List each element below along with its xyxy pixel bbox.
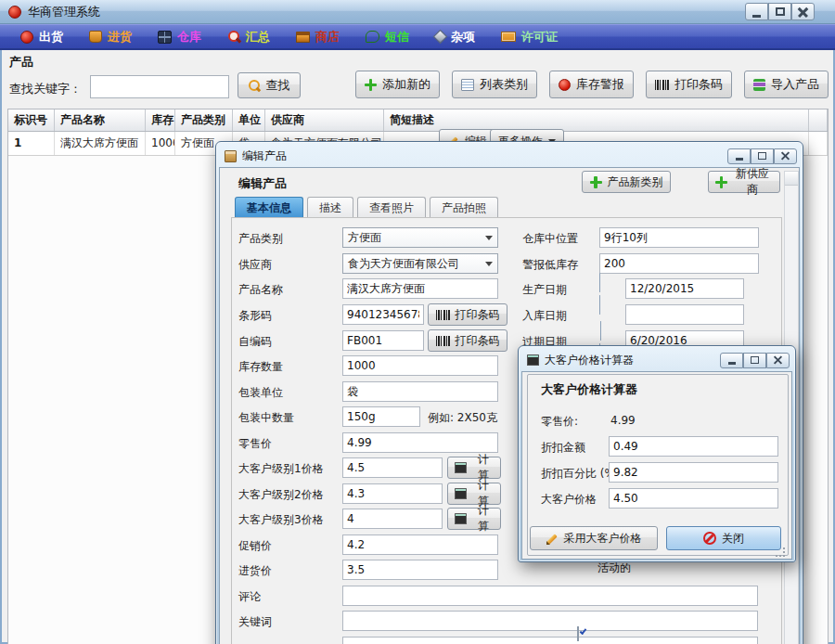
vip1-input[interactable] [342, 457, 443, 478]
tab-view-photos[interactable]: 查看照片 [357, 197, 426, 218]
table-header-cell[interactable]: 产品类别 [175, 109, 233, 131]
calc-dialog-title: 大客户价格计算器 [545, 353, 634, 368]
location-input[interactable] [599, 227, 759, 248]
print-barcode-button[interactable]: 打印条码 [646, 71, 732, 98]
vip2-calc-button[interactable]: 计算 [447, 483, 501, 505]
retail-label: 零售价 [238, 436, 272, 452]
pack-qty-input[interactable] [342, 406, 420, 427]
price-calculator-dialog: 大客户价格计算器 大客户价格计算器 零售价: 4.99 折扣金额 折扣百分比 (… [518, 345, 796, 562]
keywords-label: 关键词 [238, 614, 272, 630]
low-stock-input[interactable] [599, 253, 759, 274]
extra-input[interactable] [342, 637, 758, 644]
stock-alert-button[interactable]: 库存警报 [549, 71, 634, 98]
table-cell [809, 132, 828, 155]
purchase-icon [89, 31, 102, 43]
vip-price-input[interactable] [609, 488, 778, 509]
menu-item-license[interactable]: 许可证 [488, 25, 571, 48]
tab-description[interactable]: 描述 [307, 197, 353, 218]
import-icon [753, 79, 765, 91]
barcode-icon [436, 336, 450, 346]
print-barcode-button[interactable]: 打印条码 [428, 303, 507, 326]
print-barcode-label: 打印条码 [456, 333, 500, 349]
prod-date-input[interactable] [625, 278, 744, 299]
stock-qty-input[interactable] [342, 355, 498, 376]
supplier-select[interactable]: 食为天方便面有限公司 [342, 253, 498, 274]
supplier-label: 供应商 [238, 257, 272, 273]
vip3-input[interactable] [342, 509, 443, 529]
scroll-up-button[interactable] [785, 172, 798, 186]
chevron-down-icon [485, 236, 493, 240]
restore-button[interactable] [743, 353, 766, 368]
restore-icon [758, 152, 766, 160]
menu-item-purchase[interactable]: 进货 [76, 25, 145, 48]
resize-grip[interactable] [775, 547, 786, 558]
print-barcode-button-2[interactable]: 打印条码 [428, 329, 507, 352]
table-header-cell[interactable]: 供应商 [265, 109, 384, 131]
calc-retail-label: 零售价: [541, 414, 578, 430]
calculator-icon [527, 354, 539, 366]
category-select[interactable]: 方便面 [342, 227, 498, 248]
own-code-input[interactable] [342, 330, 424, 351]
minimize-button[interactable] [727, 148, 751, 164]
find-button[interactable]: 查找 [238, 72, 301, 98]
close-button[interactable] [774, 148, 797, 164]
menu-label: 出货 [39, 29, 63, 45]
minimize-button[interactable] [720, 353, 743, 368]
table-header-cell[interactable]: 单位 [233, 109, 265, 131]
calc-dialog-titlebar[interactable]: 大客户价格计算器 [521, 349, 792, 371]
table-header-cell[interactable]: 产品名称 [55, 109, 146, 131]
in-date-input[interactable] [625, 304, 744, 325]
main-titlebar[interactable]: 华商管理系统 [0, 0, 835, 24]
comment-input[interactable] [342, 586, 758, 606]
window-title: 华商管理系统 [28, 4, 100, 20]
close-button[interactable] [766, 353, 790, 368]
table-header-cell[interactable]: 标识号 [8, 109, 55, 131]
tab-basic-info[interactable]: 基本信息 [235, 197, 303, 218]
list-categories-button[interactable]: 列表类别 [452, 71, 537, 98]
table-header-cell[interactable]: 简短描述 [384, 109, 809, 131]
vip2-input[interactable] [342, 483, 443, 504]
pack-unit-input[interactable] [342, 381, 498, 402]
retail-input[interactable] [342, 432, 498, 453]
menu-item-sms[interactable]: 短信 [353, 25, 422, 48]
search-label: 查找关键字 : [9, 81, 78, 97]
menu-label: 商店 [315, 29, 340, 45]
menu-item-misc[interactable]: 杂项 [422, 25, 488, 48]
add-new-button[interactable]: 添加新的 [355, 71, 440, 98]
vip3-calc-button[interactable]: 计算 [447, 508, 501, 530]
product-name-input[interactable] [342, 278, 498, 299]
promo-input[interactable] [342, 535, 498, 555]
barcode-input[interactable] [342, 304, 424, 325]
menu-label: 短信 [385, 29, 409, 45]
minimize-button[interactable] [745, 3, 768, 20]
close-button[interactable] [791, 3, 815, 20]
discount-amount-input[interactable] [609, 436, 778, 457]
calc-close-button[interactable]: 关闭 [666, 526, 781, 550]
new-category-button[interactable]: 产品新类别 [582, 171, 671, 193]
maximize-button[interactable] [768, 3, 791, 20]
menu-item-store[interactable]: 商店 [283, 25, 353, 48]
edit-dialog-titlebar[interactable]: 编辑产品 [219, 145, 800, 167]
discount-percent-input[interactable] [609, 462, 778, 483]
menu-item-shipout[interactable]: 出货 [7, 25, 76, 48]
list-categories-label: 列表类别 [480, 76, 528, 93]
own-code-label: 自编码 [238, 334, 272, 350]
menu-item-summary[interactable]: 汇总 [214, 25, 283, 48]
category-value: 方便面 [348, 230, 381, 246]
search-input[interactable] [90, 75, 229, 98]
menu-item-warehouse[interactable]: 仓库 [145, 25, 214, 48]
new-supplier-button[interactable]: 新供应商 [708, 171, 780, 193]
list-icon [461, 79, 474, 91]
restore-button[interactable] [751, 148, 774, 164]
vip1-label: 大客户级别1价格 [238, 461, 324, 477]
keywords-input[interactable] [342, 611, 758, 631]
search-icon [249, 80, 261, 92]
table-header-cell[interactable]: 库存 [146, 109, 175, 131]
tab-take-photo[interactable]: 产品拍照 [430, 197, 498, 218]
vip1-calc-button[interactable]: 计算 [447, 457, 501, 479]
import-products-button[interactable]: 导入产品 [744, 71, 829, 98]
apply-vip-price-button[interactable]: 采用大客户价格 [530, 526, 658, 550]
active-checkbox[interactable] [577, 626, 579, 641]
import-products-label: 导入产品 [771, 76, 819, 93]
purchase-input[interactable] [342, 560, 498, 580]
